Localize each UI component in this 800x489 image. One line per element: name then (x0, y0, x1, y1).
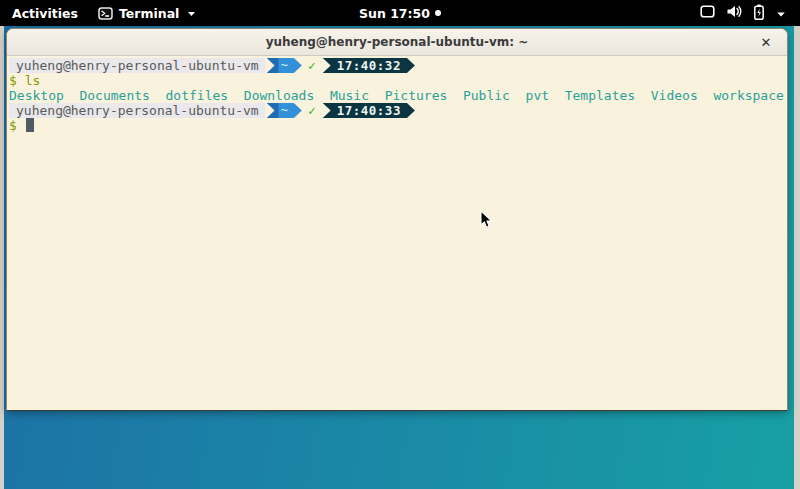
terminal-window: yuheng@henry-personal-ubuntu-vm: ~ ✕ yuh… (6, 28, 788, 411)
prompt-time-badge: 17:40:33 (323, 103, 415, 118)
prompt-time-badge: 17:40:32 (323, 58, 415, 73)
battery-charging-icon (753, 4, 765, 23)
activities-button[interactable]: Activities (0, 0, 90, 26)
prompt-status-check-icon: ✓ (308, 58, 316, 73)
command-text: ls (25, 73, 41, 88)
close-button[interactable]: ✕ (754, 29, 778, 56)
window-titlebar[interactable]: yuheng@henry-personal-ubuntu-vm: ~ ✕ (7, 29, 787, 56)
prompt-line-1: yuheng@henry-personal-ubuntu-vm ~ ✓ 17:4… (9, 58, 787, 73)
system-status-menu[interactable] (694, 0, 792, 26)
terminal-content[interactable]: yuheng@henry-personal-ubuntu-vm ~ ✓ 17:4… (7, 57, 787, 410)
prompt-symbol: $ (9, 118, 17, 133)
volume-icon (726, 5, 742, 21)
prompt-user-host: yuheng@henry-personal-ubuntu-vm (9, 103, 265, 118)
screen-edge-right (794, 26, 800, 489)
screen-edge-left (0, 26, 4, 489)
prompt-cwd-badge: ~ (267, 103, 302, 118)
prompt-user-host: yuheng@henry-personal-ubuntu-vm (9, 58, 265, 73)
prompt-cwd-badge: ~ (267, 58, 302, 73)
chevron-down-icon (187, 10, 196, 17)
clock-label: Sun 17:50 (359, 6, 430, 21)
top-bar: Activities Terminal Sun 17:50 (0, 0, 800, 26)
text-cursor (26, 118, 34, 132)
terminal-icon (98, 7, 113, 20)
app-menu-terminal[interactable]: Terminal (90, 0, 204, 26)
input-line: $ (9, 118, 787, 133)
notification-dot-icon (435, 10, 441, 16)
window-title: yuheng@henry-personal-ubuntu-vm: ~ (266, 35, 529, 49)
prompt-symbol: $ (9, 73, 17, 88)
prompt-status-check-icon: ✓ (308, 103, 316, 118)
clock-button[interactable]: Sun 17:50 (359, 0, 441, 26)
chevron-down-icon (776, 6, 786, 21)
prompt-line-2: yuheng@henry-personal-ubuntu-vm ~ ✓ 17:4… (9, 103, 787, 118)
screen-icon (700, 5, 715, 21)
ls-output-line: Desktop Documents dotfiles Downloads Mus… (9, 88, 787, 103)
command-line: $ ls (9, 73, 787, 88)
app-menu-label: Terminal (119, 6, 179, 21)
activities-label: Activities (12, 6, 78, 21)
